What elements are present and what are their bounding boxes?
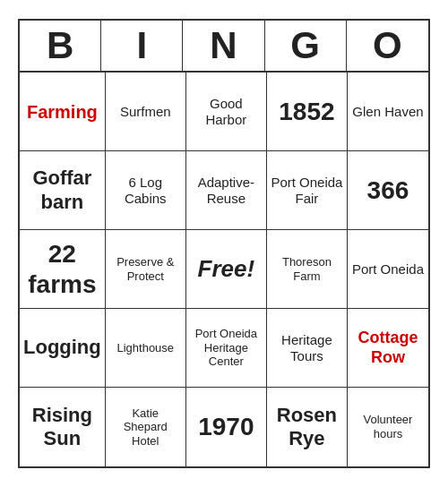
bingo-cell-2: Good Harbor: [186, 73, 267, 151]
bingo-cell-19: Cottage Row: [348, 309, 428, 388]
bingo-grid: FarmingSurfmenGood Harbor1852Glen HavenG…: [20, 73, 428, 466]
header-g: G: [265, 21, 347, 71]
bingo-cell-11: Preserve & Protect: [106, 230, 186, 309]
bingo-cell-24: Volunteer hours: [348, 388, 428, 466]
bingo-cell-22: 1970: [186, 388, 267, 466]
bingo-cell-18: Heritage Tours: [267, 309, 348, 388]
bingo-cell-12: Free!: [186, 230, 267, 309]
bingo-cell-4: Glen Haven: [348, 73, 428, 151]
bingo-header: B I N G O: [20, 21, 428, 73]
bingo-cell-9: 366: [348, 151, 428, 230]
bingo-cell-13: Thoreson Farm: [267, 230, 348, 309]
header-o: O: [347, 21, 428, 71]
bingo-cell-1: Surfmen: [106, 73, 186, 151]
bingo-cell-23: Rosen Rye: [267, 388, 348, 466]
bingo-cell-15: Logging: [20, 309, 106, 388]
bingo-cell-3: 1852: [267, 73, 348, 151]
bingo-cell-21: Katie Shepard Hotel: [106, 388, 186, 466]
header-n: N: [183, 21, 264, 71]
bingo-cell-8: Port Oneida Fair: [267, 151, 348, 230]
header-b: B: [20, 21, 101, 71]
bingo-card: B I N G O FarmingSurfmenGood Harbor1852G…: [18, 19, 430, 468]
bingo-cell-0: Farming: [20, 73, 106, 151]
bingo-cell-10: 22 farms: [20, 230, 106, 309]
bingo-cell-17: Port Oneida Heritage Center: [186, 309, 267, 388]
bingo-cell-16: Lighthouse: [106, 309, 186, 388]
bingo-cell-20: Rising Sun: [20, 388, 106, 466]
header-i: I: [101, 21, 183, 71]
bingo-cell-6: 6 Log Cabins: [106, 151, 186, 230]
bingo-cell-14: Port Oneida: [348, 230, 428, 309]
bingo-cell-7: Adaptive-Reuse: [186, 151, 267, 230]
bingo-cell-5: Goffar barn: [20, 151, 106, 230]
